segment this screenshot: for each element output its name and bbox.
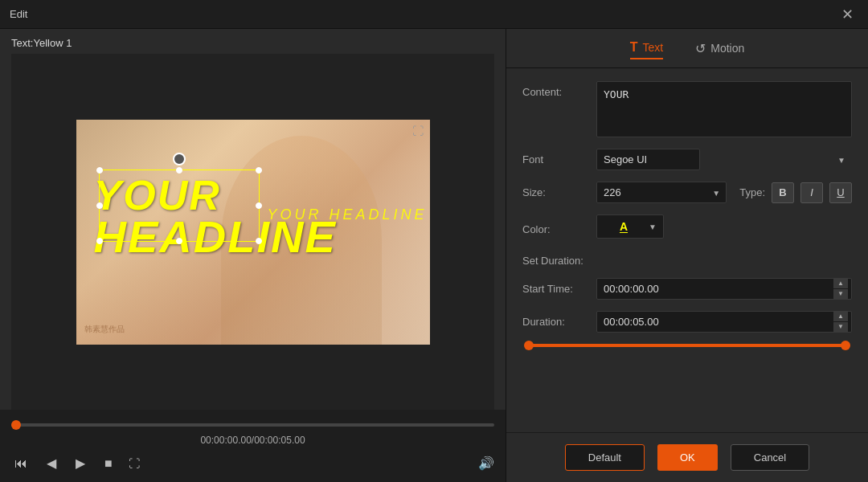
default-button[interactable]: Default [565, 444, 645, 471]
size-dropdown[interactable]: 226 100 150 200 [596, 182, 727, 203]
tab-text[interactable]: T Text [630, 40, 663, 59]
corner-icon: ⛶ [412, 125, 424, 137]
preview-area: ⛶ 韩素慧作品 YOUR HEADLINE YOUR HEADLINE [11, 54, 494, 410]
font-row: Font Segoe UI Arial Times New Roman [522, 149, 852, 170]
start-time-down[interactable]: ▼ [833, 289, 848, 299]
right-panel: T Text ↺ Motion Content: YOUR Font [506, 29, 868, 482]
tabs: T Text ↺ Motion [506, 29, 868, 68]
italic-button[interactable]: I [800, 182, 823, 203]
timeline-track[interactable] [11, 423, 494, 427]
duration-up[interactable]: ▲ [833, 312, 848, 321]
duration-down[interactable]: ▼ [833, 322, 848, 332]
color-label: Color: [522, 219, 587, 235]
font-dropdown-wrapper: Segoe UI Arial Times New Roman [596, 149, 852, 170]
size-type-row: Size: 226 100 150 200 Type: B I U [522, 182, 852, 203]
start-time-input[interactable] [604, 280, 830, 298]
duration-slider-row [522, 344, 852, 347]
start-time-control: ▲ ▼ [596, 278, 852, 300]
footer-buttons: Default OK Cancel [506, 432, 868, 482]
color-swatch: A [604, 219, 644, 235]
preview-container: ⛶ 韩素慧作品 YOUR HEADLINE YOUR HEADLINE [76, 120, 430, 345]
titlebar: Edit ✕ [0, 0, 868, 29]
content-row: Content: YOUR [522, 81, 852, 137]
color-swatch-button[interactable]: A ▼ [596, 214, 664, 239]
left-panel: Text:Yellow 1 ⛶ 韩素慧作品 YOUR HEADLINE YOUR… [0, 29, 506, 482]
close-button[interactable]: ✕ [837, 4, 858, 25]
text-tab-icon: T [630, 40, 638, 55]
size-type-control: 226 100 150 200 Type: B I U [596, 182, 852, 203]
duration-label: Duration: [522, 311, 587, 328]
start-time-up[interactable]: ▲ [833, 279, 848, 288]
preview-your-text: YOUR [94, 174, 221, 216]
preview-secondary-text: YOUR HEADLINE [268, 206, 428, 223]
font-label: Font [522, 149, 587, 165]
content-input[interactable]: YOUR [596, 81, 852, 137]
duration-slider[interactable] [526, 344, 849, 347]
font-dropdown[interactable]: Segoe UI Arial Times New Roman [596, 149, 700, 170]
play-button[interactable]: ▶ [72, 452, 88, 474]
size-label: Size: [522, 182, 587, 198]
window-title: Edit [10, 8, 27, 20]
size-dropdown-wrapper: 226 100 150 200 [596, 182, 727, 203]
bottom-controls: 00:00:00.00/00:00:05.00 ⏮ ◀ ▶ ■ ⛶ 🔊 [0, 410, 506, 482]
duration-stepper: ▲ ▼ [833, 312, 848, 332]
screenshot-icon: ⛶ [129, 457, 140, 470]
watermark: 韩素慧作品 [84, 324, 125, 335]
timeline-thumb[interactable] [11, 420, 21, 430]
tab-motion-label: Motion [710, 42, 744, 55]
duration-row: Duration: ▲ ▼ [522, 311, 852, 333]
type-label: Type: [739, 186, 765, 198]
start-time-stepper: ▲ ▼ [833, 279, 848, 299]
main-layout: Text:Yellow 1 ⛶ 韩素慧作品 YOUR HEADLINE YOUR… [0, 29, 868, 482]
volume-icon: 🔊 [478, 455, 494, 471]
bold-button[interactable]: B [772, 182, 794, 203]
tab-text-label: Text [643, 41, 664, 54]
color-row: Color: A ▼ [522, 214, 852, 239]
start-time-row: Start Time: ▲ ▼ [522, 278, 852, 300]
playback-controls: ⏮ ◀ ▶ ■ ⛶ 🔊 [0, 449, 506, 482]
slider-end-thumb[interactable] [841, 341, 850, 350]
content-control: YOUR [596, 81, 852, 137]
timeline-bar [0, 419, 506, 431]
duration-input-wrapper: ▲ ▼ [596, 311, 852, 333]
set-duration-label: Set Duration: [522, 250, 587, 267]
ok-button[interactable]: OK [657, 444, 718, 471]
step-back-button[interactable]: ◀ [43, 452, 59, 474]
start-time-input-wrapper: ▲ ▼ [596, 278, 852, 300]
duration-control: ▲ ▼ [596, 311, 852, 333]
slider-start-thumb[interactable] [524, 341, 534, 350]
start-time-label: Start Time: [522, 278, 587, 295]
underline-button[interactable]: U [829, 182, 852, 203]
cancel-button[interactable]: Cancel [731, 444, 809, 471]
timecode: 00:00:00.00/00:00:05.00 [0, 431, 506, 449]
stop-button[interactable]: ■ [101, 453, 116, 474]
color-dropdown-arrow: ▼ [649, 223, 657, 231]
layer-label: Text:Yellow 1 [0, 29, 506, 54]
tab-motion[interactable]: ↺ Motion [695, 41, 744, 59]
content-label: Content: [522, 81, 587, 98]
form-area: Content: YOUR Font Segoe UI Arial Times … [506, 68, 868, 432]
set-duration-row: Set Duration: [522, 250, 852, 267]
font-control: Segoe UI Arial Times New Roman [596, 149, 852, 170]
rewind-button[interactable]: ⏮ [11, 453, 31, 474]
motion-tab-icon: ↺ [695, 41, 706, 56]
duration-input[interactable] [604, 312, 830, 331]
preview-background: ⛶ 韩素慧作品 YOUR HEADLINE YOUR HEADLINE [76, 120, 430, 345]
color-control: A ▼ [596, 214, 852, 239]
